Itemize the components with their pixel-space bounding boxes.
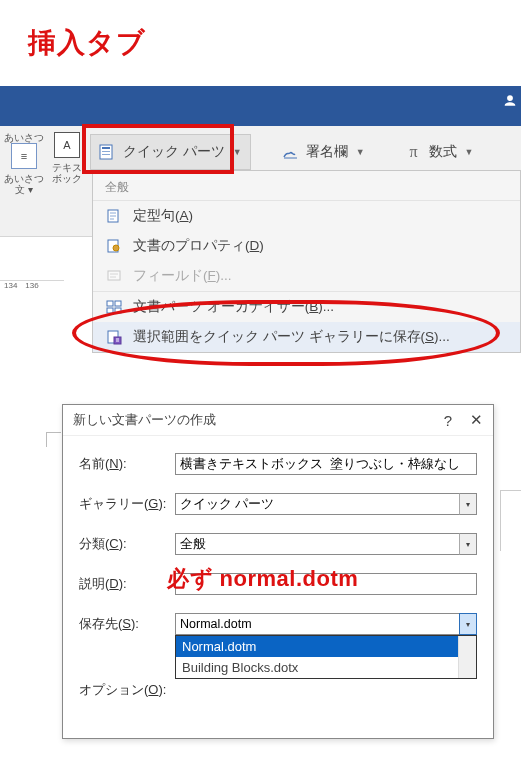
page-icon: ≡	[11, 143, 37, 169]
menu-item-field: フィールド(F)...	[93, 261, 520, 291]
textbox-label-2: ボック	[52, 173, 82, 184]
svg-rect-9	[107, 301, 113, 306]
equation-label: 数式	[429, 143, 457, 161]
gallery-label: ギャラリー(G):	[79, 495, 175, 513]
greeting-tag: あいさつ	[4, 132, 44, 143]
docprops-icon	[105, 237, 123, 255]
menu-item-label: フィールド(F)...	[133, 267, 232, 285]
save-in-listbox[interactable]: Normal.dotm Building Blocks.dotx	[175, 635, 477, 679]
dialog-title: 新しい文書パーツの作成	[73, 411, 216, 429]
svg-point-7	[113, 245, 119, 251]
ribbon-titlebar	[0, 86, 521, 126]
menu-item-save-to-gallery[interactable]: 選択範囲をクイック パーツ ギャラリーに保存(S)...	[93, 322, 520, 352]
dialog-titlebar: 新しい文書パーツの作成 ? ✕	[63, 405, 493, 436]
svg-rect-11	[107, 308, 113, 313]
page-annotation-heading: 挿入タブ	[28, 24, 146, 62]
greeting-label: あいさつ	[4, 173, 44, 184]
text-box-button[interactable]: A テキス ボック	[52, 132, 82, 184]
svg-rect-1	[102, 147, 110, 149]
chevron-down-icon[interactable]: ▾	[459, 613, 477, 635]
ribbon-left-groups: あいさつ ≡ あいさつ 文 ▾ A テキス ボック	[0, 132, 82, 195]
save-in-select[interactable]	[175, 613, 477, 635]
greeting-label-2: 文 ▾	[15, 184, 33, 195]
menu-item-label: 選択範囲をクイック パーツ ギャラリーに保存(S)...	[133, 328, 450, 346]
list-item[interactable]: Normal.dotm	[176, 636, 476, 657]
menu-item-label: 文書パーツ オーガナイザー(B)...	[133, 298, 334, 316]
menu-item-docprops[interactable]: 文書のプロパティ(D)	[93, 231, 520, 261]
close-button[interactable]: ✕	[470, 411, 483, 429]
svg-rect-8	[108, 271, 120, 280]
menu-item-organizer[interactable]: 文書パーツ オーガナイザー(B)...	[93, 291, 520, 322]
organizer-icon	[105, 298, 123, 316]
chevron-down-icon: ▼	[356, 147, 365, 157]
ribbon: あいさつ ≡ あいさつ 文 ▾ A テキス ボック クイック パーツ	[0, 86, 521, 331]
name-field[interactable]	[175, 453, 477, 475]
gallery-select[interactable]	[175, 493, 477, 515]
chevron-down-icon: ▼	[465, 147, 474, 157]
quick-parts-button[interactable]: クイック パーツ ▼	[90, 134, 251, 170]
ribbon-home: あいさつ ≡ あいさつ 文 ▾ A テキス ボック クイック パーツ	[0, 126, 521, 237]
signature-icon	[282, 143, 300, 161]
help-button[interactable]: ?	[444, 412, 452, 429]
svg-rect-12	[115, 308, 121, 313]
signature-line-button[interactable]: 署名欄 ▼	[273, 134, 374, 170]
list-item[interactable]: Building Blocks.dotx	[176, 657, 476, 678]
ruler-mark: 136	[25, 281, 38, 290]
name-label: 名前(N):	[79, 455, 175, 473]
textbox-icon: A	[54, 132, 80, 158]
equation-button[interactable]: π 数式 ▼	[396, 134, 483, 170]
category-select[interactable]	[175, 533, 477, 555]
save-in-label: 保存先(S):	[79, 615, 175, 633]
ribbon-buttons: クイック パーツ ▼ 署名欄 ▼ π 数式 ▼	[90, 136, 517, 168]
quick-parts-label: クイック パーツ	[123, 143, 225, 161]
page-edge	[500, 490, 521, 551]
page-margin-mark	[46, 432, 61, 447]
description-field[interactable]	[175, 573, 477, 595]
chevron-down-icon: ▼	[233, 147, 242, 157]
options-label: オプション(O):	[79, 681, 175, 699]
menu-item-label: 文書のプロパティ(D)	[133, 237, 264, 255]
description-label: 説明(D):	[79, 575, 175, 593]
textbox-label: テキス	[52, 162, 82, 173]
menu-item-autotext[interactable]: 定型句(A)	[93, 201, 520, 231]
ruler: 134 136	[0, 280, 64, 297]
account-button[interactable]	[503, 94, 517, 108]
svg-rect-2	[102, 151, 110, 152]
chevron-down-icon[interactable]: ▾	[459, 533, 477, 555]
svg-rect-10	[115, 301, 121, 306]
user-icon	[503, 94, 517, 108]
quick-parts-menu: 全般 定型句(A) 文書のプロパティ(D)	[92, 170, 521, 353]
building-block-dialog: 新しい文書パーツの作成 ? ✕ 名前(N): ギャラリー(G): ▾	[62, 404, 494, 739]
menu-item-label: 定型句(A)	[133, 207, 193, 225]
quick-parts-icon	[99, 143, 117, 161]
svg-rect-3	[102, 154, 110, 155]
chevron-down-icon[interactable]: ▾	[459, 493, 477, 515]
scrollbar[interactable]	[458, 636, 476, 678]
ruler-mark: 134	[4, 281, 17, 290]
greeting-lines-button[interactable]: あいさつ ≡ あいさつ 文 ▾	[4, 132, 44, 195]
category-label: 分類(C):	[79, 535, 175, 553]
pi-icon: π	[405, 143, 423, 161]
autotext-icon	[105, 207, 123, 225]
field-icon	[105, 267, 123, 285]
signature-line-label: 署名欄	[306, 143, 348, 161]
save-gallery-icon	[105, 328, 123, 346]
menu-section-head: 全般	[93, 175, 520, 201]
